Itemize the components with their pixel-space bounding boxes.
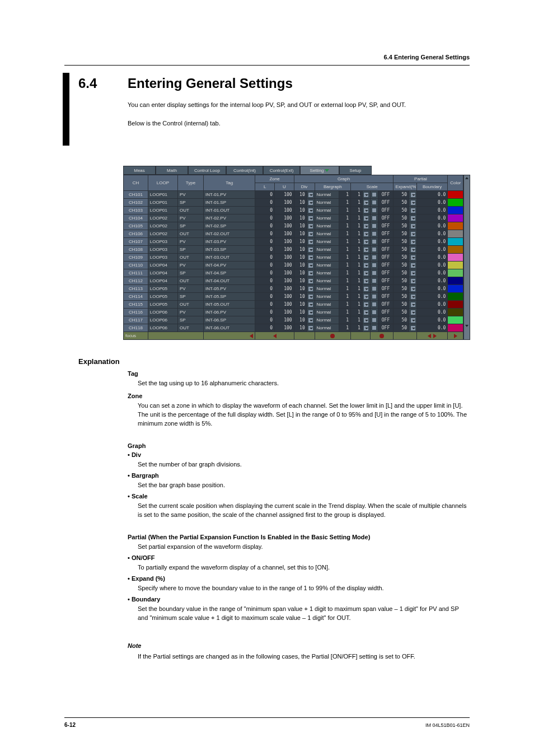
row-color[interactable]: [448, 262, 463, 269]
row-div[interactable]: 10: [294, 238, 307, 246]
col-ch[interactable]: CH: [124, 175, 148, 191]
row-div-dropdown[interactable]: [307, 191, 315, 199]
row-scale-dropdown[interactable]: [362, 293, 370, 301]
row-bargraph[interactable]: Normal: [315, 254, 339, 262]
table-row[interactable]: CH118LOOP06OUTINT-06.OUT010010Normal11OF…: [124, 324, 463, 332]
row-scale-b[interactable]: 1: [351, 309, 363, 316]
row-type[interactable]: SP: [177, 293, 203, 301]
row-boundary[interactable]: 0.0: [416, 269, 447, 277]
row-zone-u[interactable]: 100: [275, 301, 294, 309]
row-type[interactable]: PV: [177, 285, 203, 293]
row-expand-dropdown[interactable]: [409, 277, 417, 285]
nav-btn-4[interactable]: [294, 332, 315, 340]
row-div[interactable]: 10: [294, 199, 307, 207]
col-color[interactable]: Color: [448, 175, 463, 191]
row-partial-state[interactable]: OFF: [378, 207, 394, 214]
row-boundary[interactable]: 0.0: [416, 207, 447, 214]
row-expand[interactable]: 50: [394, 324, 409, 332]
row-loop[interactable]: LOOP03: [148, 246, 177, 254]
row-type[interactable]: PV: [177, 309, 203, 316]
nav-btn-1[interactable]: [148, 332, 203, 340]
row-div[interactable]: 10: [294, 214, 307, 222]
row-partial-check[interactable]: [370, 207, 378, 214]
row-tag[interactable]: INT-06.OUT: [204, 324, 255, 332]
row-color[interactable]: [448, 207, 463, 214]
table-row[interactable]: CH112LOOP04OUTINT-04.OUT010010Normal11OF…: [124, 277, 463, 285]
row-bargraph[interactable]: Normal: [315, 230, 339, 238]
row-expand[interactable]: 50: [394, 199, 409, 207]
row-zone-u[interactable]: 100: [275, 269, 294, 277]
row-scale-a[interactable]: 1: [339, 230, 351, 238]
row-div[interactable]: 10: [294, 285, 307, 293]
row-expand[interactable]: 50: [394, 309, 409, 316]
row-scale-dropdown[interactable]: [362, 238, 370, 246]
row-div[interactable]: 10: [294, 207, 307, 214]
row-zone-l[interactable]: 0: [255, 238, 275, 246]
row-expand-dropdown[interactable]: [409, 324, 417, 332]
row-tag[interactable]: INT-03.SP: [204, 246, 255, 254]
row-zone-l[interactable]: 0: [255, 214, 275, 222]
row-loop[interactable]: LOOP06: [148, 324, 177, 332]
row-partial-check[interactable]: [370, 285, 378, 293]
row-scale-dropdown[interactable]: [362, 191, 370, 199]
row-scale-b[interactable]: 1: [351, 207, 363, 214]
row-expand-dropdown[interactable]: [409, 316, 417, 324]
row-partial-check[interactable]: [370, 199, 378, 207]
row-type[interactable]: OUT: [177, 324, 203, 332]
row-div-dropdown[interactable]: [307, 246, 315, 254]
row-scale-a[interactable]: 1: [339, 277, 351, 285]
row-color[interactable]: [448, 199, 463, 207]
tab-setup[interactable]: Setup: [339, 166, 372, 175]
row-div-dropdown[interactable]: [307, 316, 315, 324]
row-scale-b[interactable]: 1: [351, 262, 363, 269]
table-row[interactable]: CH106LOOP02OUTINT-02.OUT010010Normal11OF…: [124, 230, 463, 238]
nav-next[interactable]: [416, 332, 447, 340]
row-partial-state[interactable]: OFF: [378, 214, 394, 222]
row-scale-a[interactable]: 1: [339, 293, 351, 301]
row-partial-state[interactable]: OFF: [378, 301, 394, 309]
col-zone-l[interactable]: L: [255, 183, 275, 191]
row-partial-state[interactable]: OFF: [378, 316, 394, 324]
row-scale-a[interactable]: 1: [339, 324, 351, 332]
row-scale-dropdown[interactable]: [362, 324, 370, 332]
row-tag[interactable]: INT-03.OUT: [204, 254, 255, 262]
row-zone-u[interactable]: 100: [275, 316, 294, 324]
row-partial-state[interactable]: OFF: [378, 238, 394, 246]
row-div-dropdown[interactable]: [307, 301, 315, 309]
row-zone-u[interactable]: 100: [275, 222, 294, 230]
col-div[interactable]: Div: [294, 183, 315, 191]
row-scale-a[interactable]: 1: [339, 269, 351, 277]
row-bargraph[interactable]: Normal: [315, 301, 339, 309]
col-zone-u[interactable]: U: [275, 183, 294, 191]
row-scale-dropdown[interactable]: [362, 285, 370, 293]
row-div[interactable]: 10: [294, 230, 307, 238]
row-zone-u[interactable]: 100: [275, 285, 294, 293]
row-scale-b[interactable]: 1: [351, 293, 363, 301]
row-zone-l[interactable]: 0: [255, 285, 275, 293]
table-row[interactable]: CH102LOOP01SPINT-01.SP010010Normal11OFF5…: [124, 199, 463, 207]
row-bargraph[interactable]: Normal: [315, 199, 339, 207]
tab-math[interactable]: Math: [156, 166, 188, 175]
table-row[interactable]: CH115LOOP05OUTINT-05.OUT010010Normal11OF…: [124, 301, 463, 309]
row-expand-dropdown[interactable]: [409, 230, 417, 238]
tab-setting[interactable]: Setting: [300, 166, 339, 175]
row-boundary[interactable]: 0.0: [416, 262, 447, 269]
row-scale-b[interactable]: 1: [351, 214, 363, 222]
row-scale-dropdown[interactable]: [362, 222, 370, 230]
row-partial-state[interactable]: OFF: [378, 262, 394, 269]
row-zone-l[interactable]: 0: [255, 301, 275, 309]
row-scale-b[interactable]: 1: [351, 316, 363, 324]
row-zone-l[interactable]: 0: [255, 222, 275, 230]
row-scale-b[interactable]: 1: [351, 285, 363, 293]
row-loop[interactable]: LOOP02: [148, 214, 177, 222]
row-zone-l[interactable]: 0: [255, 246, 275, 254]
row-expand[interactable]: 50: [394, 293, 409, 301]
row-color[interactable]: [448, 238, 463, 246]
row-loop[interactable]: LOOP06: [148, 316, 177, 324]
row-partial-state[interactable]: OFF: [378, 269, 394, 277]
row-expand[interactable]: 50: [394, 285, 409, 293]
row-expand-dropdown[interactable]: [409, 246, 417, 254]
row-bargraph[interactable]: Normal: [315, 191, 339, 199]
row-div-dropdown[interactable]: [307, 309, 315, 316]
grid-scrollbar[interactable]: [463, 175, 470, 340]
